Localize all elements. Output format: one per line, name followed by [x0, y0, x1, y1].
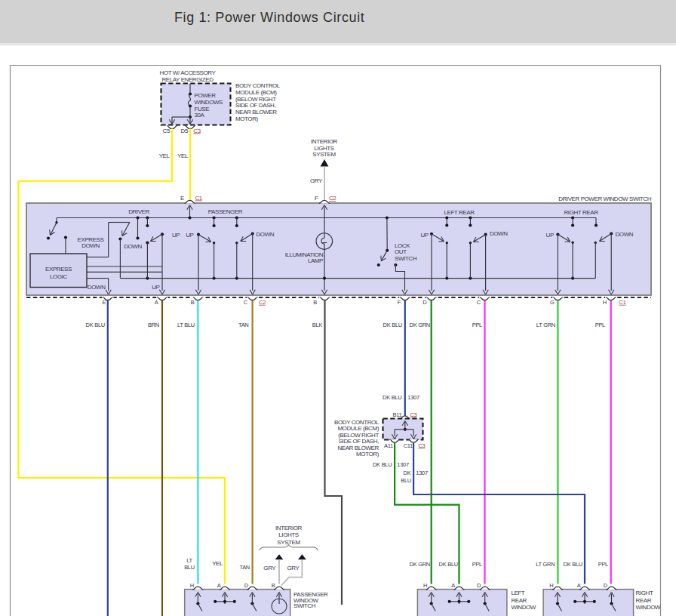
svg-text:PPL: PPL: [472, 322, 482, 328]
svg-text:DK BLU: DK BLU: [439, 561, 458, 568]
svg-text:MOTOR): MOTOR): [235, 116, 259, 122]
svg-text:YEL: YEL: [159, 152, 171, 159]
svg-text:LEFT REAR: LEFT REAR: [444, 209, 475, 216]
svg-text:MODULE (BCM): MODULE (BCM): [235, 89, 277, 96]
svg-text:PPL: PPL: [472, 561, 482, 568]
svg-text:DK GRN: DK GRN: [410, 561, 431, 568]
svg-text:DOWN: DOWN: [616, 231, 634, 238]
svg-text:DRIVER: DRIVER: [128, 208, 149, 215]
svg-text:UP: UP: [172, 232, 180, 239]
svg-text:TAN: TAN: [239, 564, 250, 571]
svg-text:GRY: GRY: [310, 177, 323, 184]
svg-text:A: A: [155, 299, 158, 306]
svg-text:SWITCH: SWITCH: [395, 255, 417, 262]
svg-text:WINDOW: WINDOW: [636, 604, 661, 611]
svg-text:MOTOR): MOTOR): [356, 451, 379, 457]
svg-text:DRIVER POWER WINDOW SWITCH: DRIVER POWER WINDOW SWITCH: [558, 196, 651, 202]
svg-text:LT GRN: LT GRN: [536, 561, 555, 568]
svg-text:DK BLU: DK BLU: [86, 322, 105, 328]
svg-text:WINDOW: WINDOW: [511, 604, 536, 611]
svg-text:A11: A11: [384, 442, 393, 449]
svg-text:C3: C3: [193, 128, 201, 134]
svg-text:D: D: [422, 299, 427, 306]
svg-text:EXPRESS: EXPRESS: [45, 266, 72, 273]
svg-text:RELAY ENERGIZED: RELAY ENERGIZED: [161, 76, 214, 83]
svg-text:LOGIC: LOGIC: [50, 273, 67, 280]
svg-text:TAN: TAN: [238, 322, 249, 328]
svg-text:REAR: REAR: [511, 597, 527, 604]
svg-text:YEL: YEL: [177, 152, 189, 159]
svg-text:C2: C2: [259, 299, 266, 306]
svg-text:INTERIOR: INTERIOR: [275, 525, 303, 531]
svg-text:C1: C1: [619, 299, 626, 306]
svg-text:DOWN: DOWN: [88, 284, 106, 291]
svg-text:SIDE OF DASH,: SIDE OF DASH,: [235, 102, 275, 109]
svg-text:LIGHTS: LIGHTS: [278, 531, 298, 538]
svg-text:BLU: BLU: [184, 564, 195, 571]
svg-text:UP: UP: [152, 284, 159, 291]
svg-text:Fig 1: Power Windows Circuit: Fig 1: Power Windows Circuit: [174, 10, 364, 25]
svg-text:LT BLU: LT BLU: [177, 322, 195, 328]
svg-text:RIGHT REAR: RIGHT REAR: [564, 209, 599, 216]
svg-text:C3: C3: [418, 442, 425, 449]
svg-text:H: H: [549, 582, 553, 589]
svg-text:PASSENGER: PASSENGER: [208, 208, 243, 215]
svg-text:UP: UP: [186, 232, 193, 239]
svg-text:E: E: [180, 195, 184, 202]
svg-text:BODY CONTROL: BODY CONTROL: [235, 82, 281, 89]
svg-text:YEL: YEL: [212, 560, 223, 567]
svg-text:D5: D5: [181, 128, 189, 134]
svg-text:BLU: BLU: [401, 477, 411, 484]
svg-text:SYSTEM: SYSTEM: [312, 151, 336, 158]
svg-text:DOWN: DOWN: [257, 231, 275, 238]
svg-text:GRY: GRY: [287, 565, 300, 571]
svg-text:LIGHTS: LIGHTS: [314, 145, 333, 152]
svg-text:LEFT: LEFT: [511, 590, 524, 596]
svg-text:B: B: [313, 299, 317, 306]
svg-text:F: F: [398, 299, 401, 306]
svg-text:PPL: PPL: [595, 322, 605, 328]
svg-text:UP: UP: [420, 232, 428, 239]
svg-text:DK BLU: DK BLU: [373, 461, 392, 468]
svg-text:DOWN: DOWN: [490, 230, 508, 237]
svg-text:DK BLU: DK BLU: [564, 561, 582, 568]
svg-text:H: H: [190, 582, 194, 589]
svg-text:HOT W/ ACCESSORY: HOT W/ ACCESSORY: [160, 69, 217, 76]
svg-text:G: G: [550, 299, 555, 306]
svg-text:H: H: [603, 299, 607, 306]
svg-text:A: A: [217, 582, 221, 589]
svg-text:LAMP: LAMP: [308, 257, 323, 264]
svg-text:C2: C2: [329, 195, 336, 202]
svg-text:PPL: PPL: [598, 561, 608, 568]
svg-text:(BELOW RIGHT: (BELOW RIGHT: [235, 96, 276, 103]
svg-text:REAR: REAR: [636, 597, 652, 604]
svg-text:H: H: [423, 582, 427, 589]
svg-text:POWER: POWER: [195, 92, 217, 99]
svg-text:RIGHT: RIGHT: [636, 590, 653, 596]
svg-text:F: F: [315, 195, 318, 202]
svg-text:1307: 1307: [397, 461, 409, 468]
svg-text:30A: 30A: [195, 112, 205, 119]
svg-text:DK: DK: [404, 470, 411, 476]
svg-text:B11: B11: [393, 411, 402, 418]
svg-text:1307: 1307: [416, 470, 428, 476]
svg-text:D: D: [604, 582, 608, 589]
svg-text:C: C: [477, 299, 481, 306]
svg-text:UP: UP: [546, 232, 554, 239]
svg-text:DK BLU: DK BLU: [383, 394, 401, 401]
svg-text:GRY: GRY: [263, 565, 276, 571]
svg-text:B: B: [191, 299, 195, 306]
svg-text:C11: C11: [404, 442, 413, 449]
svg-text:A: A: [577, 582, 581, 589]
svg-text:DOWN: DOWN: [81, 242, 100, 249]
svg-text:BLK: BLK: [312, 322, 323, 328]
svg-text:C3: C3: [410, 411, 416, 418]
svg-text:BRN: BRN: [148, 322, 159, 328]
svg-text:B: B: [272, 582, 275, 589]
svg-text:E: E: [103, 299, 106, 306]
svg-text:1307: 1307: [407, 394, 419, 401]
svg-text:NEAR BLOWER: NEAR BLOWER: [235, 109, 277, 116]
svg-text:C: C: [244, 299, 248, 306]
svg-text:DK BLU: DK BLU: [383, 322, 402, 328]
svg-text:LT GRN: LT GRN: [536, 322, 555, 328]
